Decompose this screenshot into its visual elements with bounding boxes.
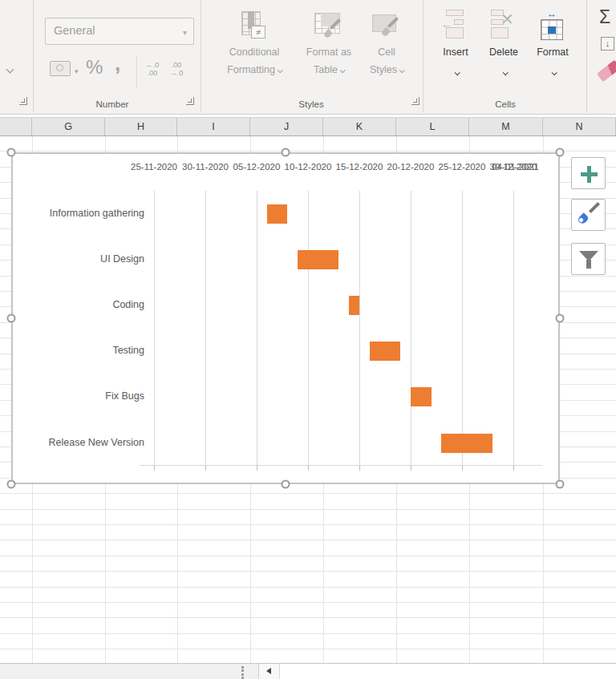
cell-styles-button: Cell Styles xyxy=(351,6,422,93)
gantt-bar[interactable] xyxy=(441,434,492,453)
format-button[interactable]: ↔ Format xyxy=(524,6,582,93)
column-header[interactable]: N xyxy=(543,118,616,135)
group-divider xyxy=(423,0,424,112)
column-header[interactable]: I xyxy=(177,118,250,135)
column-header[interactable]: H xyxy=(105,118,177,135)
decrease-decimal-icon: .00 →.0 xyxy=(165,61,188,77)
selection-handle[interactable] xyxy=(7,314,16,323)
horizontal-scrollbar[interactable] xyxy=(258,664,616,679)
clear-eraser-icon[interactable] xyxy=(597,60,616,82)
delete-button[interactable]: ✕ Delete xyxy=(476,6,531,93)
column-headers: GHIJKLMN xyxy=(0,117,616,136)
gantt-bar[interactable] xyxy=(267,204,288,224)
format-as-table-icon xyxy=(313,10,345,42)
number-format-combobox: General ▾ xyxy=(45,18,194,45)
chart-elements-button[interactable] xyxy=(571,157,606,189)
excel-window: General ▾ ▾ % , ←.0 .00 .00 →.0 Number ≠… xyxy=(0,0,616,679)
chart-gridline xyxy=(154,191,155,465)
axis-tick xyxy=(205,465,206,471)
column-header-blank[interactable] xyxy=(0,118,32,135)
gantt-chart[interactable]: 25-11-202030-11-202005-12-202010-12-2020… xyxy=(11,152,560,484)
x-axis-label[interactable]: 30-11-2020 xyxy=(182,162,229,172)
x-axis-label[interactable]: 25-11-2020 xyxy=(131,162,177,172)
styles-dialog-launcher-icon xyxy=(411,97,419,105)
fill-down-icon[interactable]: ↓ xyxy=(601,37,614,51)
axis-tick xyxy=(513,465,514,471)
category-label[interactable]: Testing xyxy=(13,345,144,356)
column-header[interactable]: J xyxy=(250,118,323,135)
column-header[interactable]: L xyxy=(396,118,469,135)
plus-icon xyxy=(581,172,598,176)
x-axis-label[interactable]: 05-12-2020 xyxy=(233,162,281,172)
chart-gridline xyxy=(462,191,463,465)
x-axis-label[interactable]: 25-12-2020 xyxy=(439,162,486,172)
gantt-bar[interactable] xyxy=(349,296,359,315)
axis-tick xyxy=(154,465,155,471)
x-axis-label[interactable]: 10-12-2020 xyxy=(285,162,332,172)
category-label[interactable]: Release New Version xyxy=(13,437,144,448)
chart-gridline xyxy=(411,191,411,465)
selection-handle[interactable] xyxy=(556,314,565,323)
delete-cells-icon: ✕ xyxy=(488,10,520,42)
category-label[interactable]: UI Design xyxy=(13,253,144,265)
conditional-formatting-icon: ≠ xyxy=(238,10,270,42)
chevron-down-icon[interactable] xyxy=(6,66,14,74)
ribbon: General ▾ ▾ % , ←.0 .00 .00 →.0 Number ≠… xyxy=(0,0,616,115)
category-axis-line xyxy=(140,465,542,466)
column-header[interactable]: G xyxy=(32,118,105,135)
gantt-bar[interactable] xyxy=(370,342,400,361)
selection-handle[interactable] xyxy=(556,480,565,489)
cells-group-label: Cells xyxy=(495,99,516,109)
selection-handle[interactable] xyxy=(7,480,16,489)
axis-tick xyxy=(308,465,309,471)
autosum-icon[interactable]: Σ xyxy=(599,6,610,28)
conditional-formatting-button: ≠ Conditional Formatting xyxy=(219,6,290,93)
gantt-bar[interactable] xyxy=(411,387,432,406)
selection-handle[interactable] xyxy=(282,148,290,157)
x-axis-label[interactable]: 04-01-2021 xyxy=(492,162,539,172)
funnel-icon xyxy=(586,260,591,269)
x-axis-label[interactable]: 20-12-2020 xyxy=(387,162,435,172)
selection-handle[interactable] xyxy=(7,148,16,157)
chevron-down-icon[interactable] xyxy=(503,70,509,75)
group-divider xyxy=(201,0,201,112)
increase-decimal-icon: ←.0 .00 xyxy=(141,61,164,77)
insert-cells-icon: ← xyxy=(440,10,472,42)
group-divider xyxy=(586,0,587,112)
chevron-down-icon xyxy=(278,67,283,73)
category-label[interactable]: Coding xyxy=(13,299,144,310)
arrow-left-icon xyxy=(266,668,271,674)
chart-gridline xyxy=(308,191,309,465)
chevron-down-icon xyxy=(399,67,405,73)
chart-gridline xyxy=(513,191,514,465)
dialog-launcher-icon[interactable] xyxy=(19,97,27,105)
bottom-bar xyxy=(0,663,616,679)
category-label[interactable]: Information gathering xyxy=(13,208,144,219)
chart-filters-button[interactable] xyxy=(571,243,606,275)
number-dialog-launcher-icon[interactable] xyxy=(186,97,194,105)
percent-style-icon: % xyxy=(86,56,103,79)
selection-handle[interactable] xyxy=(556,148,565,157)
selection-handle[interactable] xyxy=(282,480,290,489)
gantt-bar[interactable] xyxy=(298,250,338,269)
chart-styles-button[interactable] xyxy=(571,199,606,231)
accounting-format-icon xyxy=(50,61,71,76)
cell-styles-icon xyxy=(371,10,403,42)
format-cells-icon: ↔ xyxy=(537,10,569,42)
chevron-down-icon: ▾ xyxy=(183,28,187,37)
number-group-label: Number xyxy=(96,99,129,109)
column-header[interactable]: M xyxy=(469,118,543,135)
width-arrow-icon: ↔ xyxy=(540,10,564,18)
tab-scrollbar-splitter[interactable] xyxy=(241,666,245,679)
axis-tick xyxy=(257,465,257,471)
paintbrush-icon xyxy=(578,217,584,223)
chart-gridline xyxy=(257,191,257,465)
scroll-left-button[interactable] xyxy=(259,664,280,679)
x-axis-label[interactable]: 15-12-2020 xyxy=(336,162,383,172)
column-header[interactable]: K xyxy=(323,118,396,135)
category-label[interactable]: Fix Bugs xyxy=(13,390,144,402)
chevron-down-icon[interactable] xyxy=(455,70,460,75)
styles-group-label: Styles xyxy=(298,99,323,109)
axis-tick xyxy=(359,465,360,471)
chevron-down-icon[interactable] xyxy=(552,70,557,75)
